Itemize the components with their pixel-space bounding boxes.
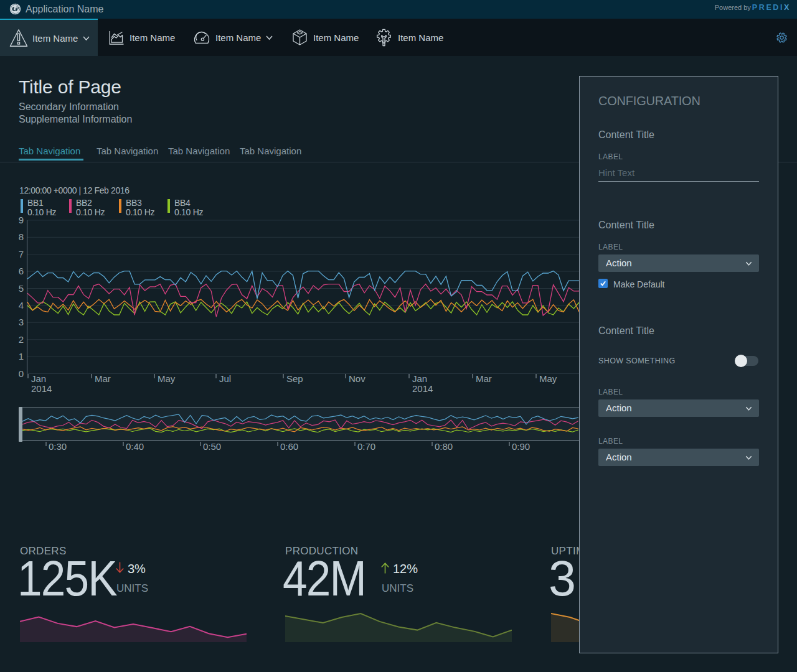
svg-text:0:60: 0:60 xyxy=(280,441,298,452)
svg-text:9: 9 xyxy=(19,215,24,225)
svg-text:0:50: 0:50 xyxy=(203,441,221,452)
svg-text:6: 6 xyxy=(19,266,24,276)
svg-text:0: 0 xyxy=(19,368,24,379)
svg-text:Jul: Jul xyxy=(219,373,231,384)
svg-text:7: 7 xyxy=(19,249,24,259)
svg-text:0:70: 0:70 xyxy=(357,441,375,452)
svg-text:1: 1 xyxy=(19,351,24,362)
svg-text:2: 2 xyxy=(19,334,24,345)
svg-text:Nov: Nov xyxy=(349,373,365,384)
svg-text:Jan: Jan xyxy=(31,373,46,384)
svg-text:Jan: Jan xyxy=(412,373,427,384)
svg-text:2014: 2014 xyxy=(412,383,433,394)
svg-text:5: 5 xyxy=(19,283,24,294)
svg-text:0:40: 0:40 xyxy=(126,441,144,452)
svg-text:4: 4 xyxy=(19,300,24,310)
svg-text:May: May xyxy=(158,373,176,384)
svg-text:3: 3 xyxy=(19,317,24,327)
svg-text:0:30: 0:30 xyxy=(49,441,67,452)
svg-text:8: 8 xyxy=(19,231,24,242)
svg-text:0:90: 0:90 xyxy=(512,441,530,452)
svg-text:0:80: 0:80 xyxy=(435,441,453,452)
svg-text:Sep: Sep xyxy=(286,373,303,384)
svg-text:May: May xyxy=(539,373,557,384)
svg-text:2014: 2014 xyxy=(31,383,52,394)
svg-text:Mar: Mar xyxy=(476,373,492,384)
svg-text:Mar: Mar xyxy=(95,373,111,384)
